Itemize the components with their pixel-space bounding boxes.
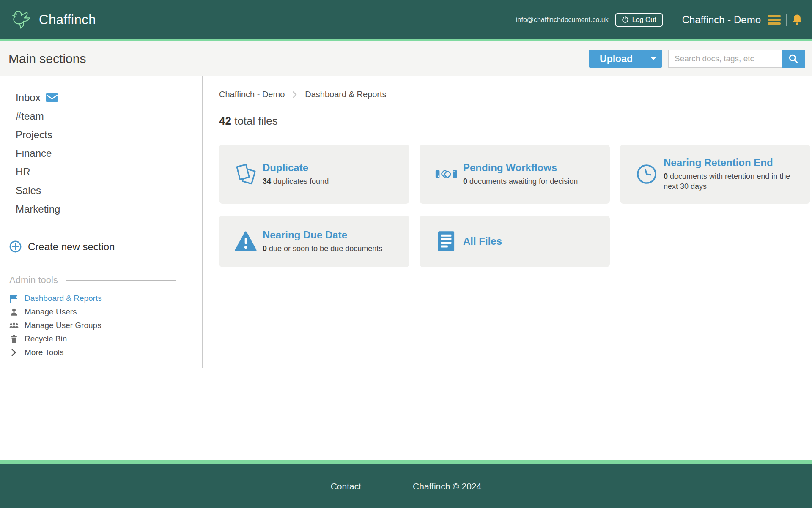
power-icon [622, 16, 629, 23]
search-input[interactable] [668, 50, 782, 68]
hamburger-menu-icon[interactable] [768, 15, 781, 25]
brand-name: Chaffinch [39, 12, 96, 27]
breadcrumb-chevron-icon [293, 91, 297, 98]
warning-triangle-icon [235, 229, 257, 253]
chevron-right-icon [9, 349, 19, 356]
admin-tools-label: Admin tools [9, 275, 58, 286]
card-subtitle: 0 due or soon to be due documents [263, 244, 382, 254]
sidebar-item-inbox[interactable]: Inbox [0, 91, 202, 104]
trash-icon [9, 335, 19, 343]
sidebar-item-recycle-bin[interactable]: Recycle Bin [0, 334, 202, 344]
notification-bell-icon[interactable] [792, 14, 803, 26]
flag-icon [9, 294, 19, 303]
sidebar-divider [202, 76, 203, 368]
account-email: info@chaffinchdocument.co.uk [516, 16, 609, 24]
breadcrumb-root[interactable]: Chaffinch - Demo [219, 90, 285, 99]
document-list-icon [435, 229, 457, 253]
card-nearing-retention-end[interactable]: Nearing Retention End 0 documents with r… [620, 145, 810, 204]
brand: Chaffinch [11, 9, 96, 30]
search-button[interactable] [782, 50, 805, 68]
admin-tools-header: Admin tools [0, 275, 202, 286]
card-title: Nearing Due Date [263, 229, 382, 241]
card-title: Nearing Retention End [664, 157, 803, 169]
clock-icon [636, 162, 658, 186]
sidebar-item-marketing[interactable]: Marketing [0, 203, 202, 215]
chaffinch-bird-logo-icon [11, 9, 34, 30]
total-files: 42 total files [219, 115, 810, 128]
sidebar-item-hr[interactable]: HR [0, 166, 202, 178]
user-icon [9, 308, 19, 316]
card-nearing-due-date[interactable]: Nearing Due Date 0 due or soon to be due… [219, 216, 409, 267]
sidebar-item-projects[interactable]: Projects [0, 128, 202, 141]
sidebar-item-sales[interactable]: Sales [0, 184, 202, 197]
upload-split-button: Upload [589, 50, 662, 68]
app-footer: Contact Chaffinch © 2024 [0, 464, 812, 508]
create-new-section-button[interactable]: Create new section [0, 240, 202, 253]
search-bar [668, 50, 805, 68]
upload-dropdown-toggle[interactable] [644, 50, 662, 68]
card-subtitle: 0 documents with retention end in the ne… [664, 172, 803, 191]
copyright-text: Chaffinch © 2024 [413, 481, 481, 492]
total-files-label: total files [234, 115, 278, 127]
account-name: Chaffinch - Demo [682, 14, 761, 26]
sidebar: Inbox #team Projects Finance HR Sales Ma… [0, 76, 202, 460]
card-all-files[interactable]: All Files [420, 216, 610, 267]
total-files-count: 42 [219, 115, 231, 127]
card-subtitle: 34 duplicates found [263, 177, 329, 186]
user-group-icon [9, 321, 19, 330]
sidebar-item-dashboard-reports[interactable]: Dashboard & Reports [0, 293, 202, 303]
chevron-down-icon [650, 57, 657, 61]
breadcrumb-current[interactable]: Dashboard & Reports [305, 90, 386, 99]
logout-button[interactable]: Log Out [615, 13, 663, 27]
sidebar-item-manage-users[interactable]: Manage Users [0, 307, 202, 317]
sidebar-item-finance[interactable]: Finance [0, 147, 202, 159]
footer-accent-stripe [0, 460, 812, 464]
breadcrumb: Chaffinch - Demo Dashboard & Reports [219, 90, 810, 99]
card-title: Pending Workflows [463, 162, 578, 174]
search-icon [788, 54, 798, 64]
sidebar-item-manage-user-groups[interactable]: Manage User Groups [0, 320, 202, 330]
duplicate-pages-icon [235, 162, 257, 186]
app-header: Chaffinch info@chaffinchdocument.co.uk L… [0, 0, 812, 39]
admin-tools-rule [66, 280, 176, 281]
main-sections-bar: Main sections Upload [0, 41, 812, 76]
main-content: Chaffinch - Demo Dashboard & Reports 42 … [202, 76, 810, 460]
card-title: Duplicate [263, 162, 329, 174]
handshake-icon [435, 162, 457, 186]
card-subtitle: 0 documents awaiting for decision [463, 177, 578, 186]
header-divider [786, 14, 787, 26]
sidebar-item-team[interactable]: #team [0, 110, 202, 122]
plus-circle-icon [9, 240, 22, 253]
page-title: Main sections [8, 52, 86, 66]
sidebar-item-more-tools[interactable]: More Tools [0, 347, 202, 358]
upload-button[interactable]: Upload [589, 50, 644, 68]
contact-link[interactable]: Contact [331, 481, 361, 492]
card-pending-workflows[interactable]: Pending Workflows 0 documents awaiting f… [420, 145, 610, 204]
card-duplicate[interactable]: Duplicate 34 duplicates found [219, 145, 409, 204]
card-title: All Files [463, 235, 502, 247]
mail-icon [46, 93, 58, 103]
